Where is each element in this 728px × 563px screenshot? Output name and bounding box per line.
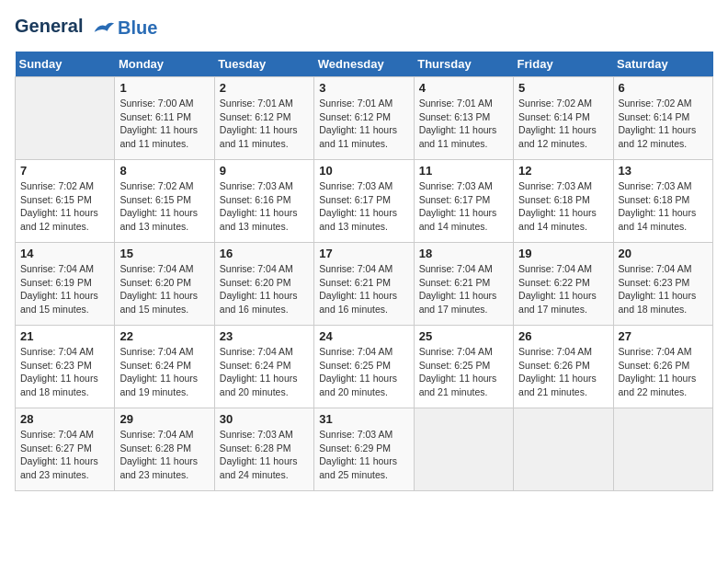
day-info: Sunrise: 7:02 AMSunset: 6:14 PMDaylight:… [518,97,608,151]
weekday-header-sunday: Sunday [16,52,115,77]
calendar-cell: 3Sunrise: 7:01 AMSunset: 6:12 PMDaylight… [314,77,414,160]
day-number: 8 [119,164,209,178]
day-info: Sunrise: 7:03 AMSunset: 6:17 PMDaylight:… [419,179,508,234]
day-info: Sunrise: 7:03 AMSunset: 6:29 PMDaylight:… [319,428,408,482]
day-info: Sunrise: 7:04 AMSunset: 6:25 PMDaylight:… [419,345,508,399]
calendar-cell: 6Sunrise: 7:02 AMSunset: 6:14 PMDaylight… [613,77,712,160]
day-number: 19 [518,247,608,260]
day-info: Sunrise: 7:00 AMSunset: 6:11 PMDaylight:… [119,97,209,151]
day-info: Sunrise: 7:04 AMSunset: 6:26 PMDaylight:… [619,345,708,399]
calendar-week-row: 21Sunrise: 7:04 AMSunset: 6:23 PMDayligh… [16,326,713,408]
calendar-cell: 26Sunrise: 7:04 AMSunset: 6:26 PMDayligh… [514,326,613,408]
logo-bird-icon [90,15,116,40]
day-info: Sunrise: 7:01 AMSunset: 6:12 PMDaylight:… [220,97,309,151]
day-number: 14 [20,247,109,260]
calendar-cell: 27Sunrise: 7:04 AMSunset: 6:26 PMDayligh… [613,326,712,408]
calendar-cell: 4Sunrise: 7:01 AMSunset: 6:13 PMDaylight… [414,77,513,160]
calendar-cell: 20Sunrise: 7:04 AMSunset: 6:23 PMDayligh… [613,243,712,326]
calendar-cell: 31Sunrise: 7:03 AMSunset: 6:29 PMDayligh… [314,408,414,491]
calendar-cell: 17Sunrise: 7:04 AMSunset: 6:21 PMDayligh… [314,243,414,326]
day-number: 24 [319,329,408,343]
calendar-cell: 29Sunrise: 7:04 AMSunset: 6:28 PMDayligh… [115,408,214,491]
day-info: Sunrise: 7:04 AMSunset: 6:19 PMDaylight:… [20,262,109,316]
day-number: 16 [220,247,309,260]
day-number: 2 [220,81,309,95]
calendar-week-row: 14Sunrise: 7:04 AMSunset: 6:19 PMDayligh… [16,243,713,326]
day-info: Sunrise: 7:04 AMSunset: 6:24 PMDaylight:… [220,345,309,399]
calendar-cell: 28Sunrise: 7:04 AMSunset: 6:27 PMDayligh… [16,408,115,491]
day-number: 3 [319,81,408,95]
day-number: 15 [119,247,209,260]
calendar-cell: 10Sunrise: 7:03 AMSunset: 6:17 PMDayligh… [314,160,414,243]
day-number: 22 [119,329,209,343]
day-info: Sunrise: 7:04 AMSunset: 6:20 PMDaylight:… [220,262,309,316]
day-number: 1 [119,81,209,95]
calendar-cell: 13Sunrise: 7:03 AMSunset: 6:18 PMDayligh… [613,160,712,243]
calendar-cell [613,408,712,491]
day-number: 26 [518,329,608,343]
calendar-cell [414,408,513,491]
day-number: 11 [419,164,508,178]
day-info: Sunrise: 7:02 AMSunset: 6:15 PMDaylight:… [20,179,109,234]
weekday-header-saturday: Saturday [613,52,712,77]
day-info: Sunrise: 7:04 AMSunset: 6:25 PMDaylight:… [319,345,408,399]
day-info: Sunrise: 7:04 AMSunset: 6:20 PMDaylight:… [119,262,209,316]
calendar-cell: 15Sunrise: 7:04 AMSunset: 6:20 PMDayligh… [115,243,214,326]
calendar-cell: 22Sunrise: 7:04 AMSunset: 6:24 PMDayligh… [115,326,214,408]
logo-text-general: General [15,16,83,36]
calendar-cell: 7Sunrise: 7:02 AMSunset: 6:15 PMDaylight… [16,160,115,243]
day-info: Sunrise: 7:04 AMSunset: 6:23 PMDaylight:… [20,345,109,399]
day-number: 12 [518,164,608,178]
day-number: 10 [319,164,408,178]
day-info: Sunrise: 7:01 AMSunset: 6:12 PMDaylight:… [319,97,408,151]
calendar-cell: 5Sunrise: 7:02 AMSunset: 6:14 PMDaylight… [514,77,613,160]
day-info: Sunrise: 7:03 AMSunset: 6:16 PMDaylight:… [220,179,309,234]
day-number: 20 [619,247,708,260]
calendar-week-row: 1Sunrise: 7:00 AMSunset: 6:11 PMDaylight… [16,77,713,160]
day-info: Sunrise: 7:03 AMSunset: 6:28 PMDaylight:… [220,428,309,482]
calendar-cell: 21Sunrise: 7:04 AMSunset: 6:23 PMDayligh… [16,326,115,408]
day-info: Sunrise: 7:01 AMSunset: 6:13 PMDaylight:… [419,97,508,151]
logo: General Blue [15,15,157,40]
calendar-cell: 23Sunrise: 7:04 AMSunset: 6:24 PMDayligh… [214,326,313,408]
day-info: Sunrise: 7:02 AMSunset: 6:14 PMDaylight:… [619,97,708,151]
calendar-cell: 18Sunrise: 7:04 AMSunset: 6:21 PMDayligh… [414,243,513,326]
day-info: Sunrise: 7:04 AMSunset: 6:21 PMDaylight:… [319,262,408,316]
day-info: Sunrise: 7:04 AMSunset: 6:28 PMDaylight:… [119,428,209,482]
day-info: Sunrise: 7:04 AMSunset: 6:24 PMDaylight:… [119,345,209,399]
day-number: 25 [419,329,508,343]
calendar-cell: 8Sunrise: 7:02 AMSunset: 6:15 PMDaylight… [115,160,214,243]
day-info: Sunrise: 7:04 AMSunset: 6:22 PMDaylight:… [518,262,608,316]
day-number: 27 [619,329,708,343]
day-number: 7 [20,164,109,178]
weekday-header-thursday: Thursday [414,52,513,77]
weekday-header-row: SundayMondayTuesdayWednesdayThursdayFrid… [16,52,713,77]
day-info: Sunrise: 7:04 AMSunset: 6:21 PMDaylight:… [419,262,508,316]
day-number: 9 [220,164,309,178]
calendar-cell: 24Sunrise: 7:04 AMSunset: 6:25 PMDayligh… [314,326,414,408]
weekday-header-friday: Friday [514,52,613,77]
day-number: 29 [119,412,209,426]
day-info: Sunrise: 7:03 AMSunset: 6:18 PMDaylight:… [518,179,608,234]
page-header: General Blue [15,15,713,40]
calendar-cell: 30Sunrise: 7:03 AMSunset: 6:28 PMDayligh… [214,408,313,491]
calendar-cell: 25Sunrise: 7:04 AMSunset: 6:25 PMDayligh… [414,326,513,408]
calendar-cell: 19Sunrise: 7:04 AMSunset: 6:22 PMDayligh… [514,243,613,326]
day-number: 23 [220,329,309,343]
weekday-header-monday: Monday [115,52,214,77]
calendar-cell: 16Sunrise: 7:04 AMSunset: 6:20 PMDayligh… [214,243,313,326]
weekday-header-wednesday: Wednesday [314,52,414,77]
calendar-cell: 2Sunrise: 7:01 AMSunset: 6:12 PMDaylight… [214,77,313,160]
calendar-cell [514,408,613,491]
weekday-header-tuesday: Tuesday [214,52,313,77]
day-number: 18 [419,247,508,260]
day-number: 13 [619,164,708,178]
day-number: 28 [20,412,109,426]
day-number: 30 [220,412,309,426]
calendar-cell [16,77,115,160]
day-info: Sunrise: 7:03 AMSunset: 6:18 PMDaylight:… [619,179,708,234]
day-number: 5 [518,81,608,95]
day-info: Sunrise: 7:04 AMSunset: 6:23 PMDaylight:… [619,262,708,316]
day-number: 17 [319,247,408,260]
day-number: 4 [419,81,508,95]
